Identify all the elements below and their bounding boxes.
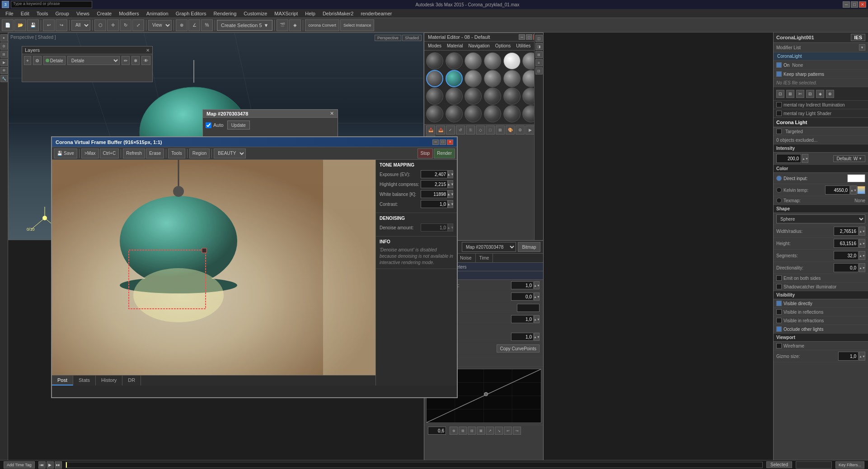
highlight-spinner[interactable]: ▲▼: [448, 180, 453, 188]
material-sphere-14[interactable]: [446, 88, 463, 105]
modify-panel-btn[interactable]: ⚙: [0, 42, 8, 50]
timeline-playhead[interactable]: [66, 462, 67, 468]
layer-edit-btn[interactable]: ✏: [122, 56, 130, 65]
layer-hide-btn[interactable]: 👁: [141, 56, 150, 65]
material-sphere-16[interactable]: [484, 88, 501, 105]
cl-kelvin-radio[interactable]: [776, 187, 782, 193]
cl-directionality-spinner[interactable]: ▲▼: [859, 263, 865, 272]
ms-curve-icon8[interactable]: ↪: [513, 427, 521, 435]
cl-intensity-spinner[interactable]: ▲▼: [802, 154, 808, 163]
timeline-track[interactable]: [66, 462, 763, 468]
add-time-tag-btn[interactable]: Add Time Tag: [4, 461, 35, 469]
ms-curve-icon3[interactable]: ⊟: [468, 427, 476, 435]
create-panel-btn[interactable]: ✦: [0, 34, 8, 42]
material-sphere-1[interactable]: [426, 52, 443, 70]
cl-mr-light-checkbox[interactable]: [776, 111, 782, 116]
cl-kelvin-swatch[interactable]: [857, 186, 865, 194]
vp-perspective-btn[interactable]: Perspective: [375, 35, 401, 41]
material-editor-btn[interactable]: ◈: [289, 19, 301, 31]
material-sphere-13[interactable]: [426, 88, 443, 105]
redo-btn[interactable]: ↪: [56, 19, 67, 31]
cl-height-spinner[interactable]: ▲▼: [859, 239, 865, 248]
rotate-btn[interactable]: ↻: [120, 19, 131, 31]
ms-output-amount-spinner[interactable]: ▲▼: [534, 281, 540, 289]
white-balance-spinner[interactable]: ▲▼: [448, 190, 453, 198]
close-button[interactable]: ✕: [859, 1, 866, 8]
menu-help[interactable]: Help: [301, 10, 319, 17]
material-sphere-19[interactable]: [426, 105, 443, 122]
layers-close-btn[interactable]: ✕: [146, 48, 150, 53]
new-scene-btn[interactable]: 📄: [2, 19, 14, 31]
me-strip-btn4[interactable]: ≡: [535, 59, 543, 66]
me-show-bg-btn[interactable]: ⊠: [496, 125, 505, 135]
me-utilities-menu[interactable]: Utilities: [513, 42, 533, 49]
vfb-tools-btn[interactable]: Tools: [168, 149, 185, 158]
me-put-to-scene-btn[interactable]: 📤: [436, 125, 445, 135]
material-sphere-8[interactable]: [446, 70, 463, 87]
cl-visible-reflections-checkbox[interactable]: [776, 309, 782, 315]
timeline-mini[interactable]: [796, 461, 832, 469]
menu-file[interactable]: File: [2, 10, 17, 17]
vfb-tab-dr[interactable]: DR: [122, 376, 141, 385]
cl-segments-input[interactable]: [834, 251, 859, 260]
ms-curve-icon6[interactable]: ↘: [495, 427, 503, 435]
menu-views[interactable]: Views: [73, 10, 93, 17]
material-sphere-7[interactable]: [426, 70, 443, 87]
undo-btn[interactable]: ↩: [43, 19, 55, 31]
cl-color-swatch[interactable]: [847, 174, 865, 182]
cl-wireframe-checkbox[interactable]: [776, 343, 782, 348]
filter-dropdown[interactable]: All: [71, 20, 90, 31]
material-sphere-9[interactable]: [464, 70, 482, 87]
cl-kelvin-input[interactable]: [825, 186, 850, 195]
vfb-render-btn[interactable]: Render: [434, 149, 455, 158]
vp-shaded-btn[interactable]: Shaded: [402, 35, 422, 41]
cl-tool5[interactable]: ◈: [816, 90, 824, 98]
corona-convert-btn[interactable]: corona Convert: [305, 19, 339, 31]
map-update-btn[interactable]: Update: [227, 121, 250, 130]
move-btn[interactable]: ✛: [107, 19, 119, 31]
menu-renderbeamer[interactable]: renderbeamer: [357, 10, 395, 17]
cl-default-w-dropdown[interactable]: Default: W ▼: [833, 155, 865, 162]
cl-segments-spinner[interactable]: ▲▼: [859, 251, 865, 260]
layer-options-btn[interactable]: ⚙: [33, 56, 42, 65]
ms-rgb-level-input[interactable]: [511, 315, 534, 323]
cl-emit-both-checkbox[interactable]: [776, 275, 782, 281]
vfb-refresh-btn[interactable]: Refresh: [123, 149, 145, 158]
cl-tool2[interactable]: ⊞: [786, 90, 794, 98]
me-copy-btn[interactable]: ⎘: [466, 125, 475, 135]
menu-edit[interactable]: Edit: [17, 10, 33, 17]
highlight-input[interactable]: [421, 180, 448, 188]
material-sphere-17[interactable]: [503, 88, 521, 105]
cl-occlude-checkbox[interactable]: [776, 326, 782, 332]
snap-btn[interactable]: ⊕: [176, 19, 188, 31]
ms-curve-icon4[interactable]: ⊠: [477, 427, 485, 435]
cl-tool3[interactable]: ✄: [796, 90, 804, 98]
vfb-render-area[interactable]: Post Stats History DR: [52, 160, 375, 385]
me-make-preview-btn[interactable]: ▶: [525, 125, 535, 135]
view-dropdown[interactable]: View: [148, 20, 172, 31]
me-strip-btn1[interactable]: ◫: [535, 35, 543, 42]
material-sphere-22[interactable]: [484, 105, 501, 122]
material-sphere-2[interactable]: [446, 52, 463, 70]
cl-gizmo-spinner[interactable]: ▲▼: [859, 352, 865, 361]
percent-snap-btn[interactable]: %: [201, 19, 213, 31]
cl-intensity-input[interactable]: [776, 154, 801, 163]
vfb-save-btn[interactable]: 💾Save: [54, 149, 77, 158]
menu-modifiers[interactable]: Modifiers: [115, 10, 143, 17]
cl-tool4[interactable]: ⊟: [806, 90, 814, 98]
minimize-button[interactable]: ─: [843, 1, 850, 8]
me-reset-btn[interactable]: ↺: [456, 125, 465, 135]
me-video-color-check-btn[interactable]: 🎨: [506, 125, 515, 135]
me-assign-btn[interactable]: ✓: [446, 125, 455, 135]
angle-snap-btn[interactable]: ∠: [188, 19, 200, 31]
me-modes-menu[interactable]: Modes: [425, 42, 444, 49]
select-instance-btn[interactable]: Select Instance: [340, 19, 375, 31]
timeline-prev-btn[interactable]: ⏮: [38, 461, 46, 469]
ms-rgb-level-spinner[interactable]: ▲▼: [534, 315, 540, 323]
me-options-menu[interactable]: Options: [493, 42, 513, 49]
cl-tool6[interactable]: ⊕: [826, 90, 834, 98]
display-panel-btn[interactable]: 👁: [0, 67, 8, 74]
cl-texmap-radio[interactable]: [776, 198, 782, 203]
timeline-next-btn[interactable]: ⏭: [55, 461, 62, 469]
ms-rgb-intensity-input[interactable]: [517, 304, 540, 312]
